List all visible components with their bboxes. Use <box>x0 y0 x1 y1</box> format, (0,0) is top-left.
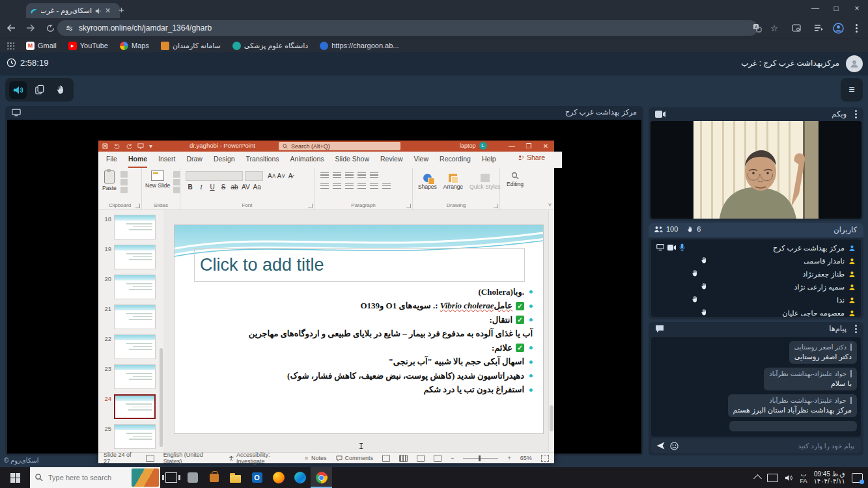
line-spacing-button[interactable] <box>370 172 378 179</box>
ppt-menu-tab[interactable]: Recording <box>440 152 471 168</box>
user-row[interactable]: سمیه زارعی نژاد <box>651 280 861 293</box>
taskbar-app-store[interactable] <box>203 467 225 488</box>
back-icon[interactable] <box>3 20 20 36</box>
zoom-in-button[interactable]: + <box>507 455 511 461</box>
text-direction-button[interactable] <box>382 183 391 190</box>
bookmark-item[interactable]: سامانه کارمندان <box>161 42 221 50</box>
editing-button[interactable]: Editing <box>500 168 530 187</box>
align-left-button[interactable] <box>320 183 329 190</box>
tray-expand-icon[interactable] <box>754 474 763 483</box>
font-style-button[interactable]: AV <box>241 183 251 191</box>
send-icon[interactable] <box>656 442 665 450</box>
ppt-menu-tab[interactable]: Transitions <box>246 152 279 168</box>
avatar[interactable] <box>846 55 863 72</box>
notes-toggle[interactable]: ≡Notes <box>305 455 327 461</box>
taskbar-outlook[interactable]: O <box>246 467 268 488</box>
tab-audio-icon[interactable] <box>95 8 102 14</box>
reset-button[interactable] <box>173 179 180 185</box>
ppt-restore-button[interactable]: ❐ <box>520 141 537 152</box>
clear-format-button[interactable]: A̷ <box>286 172 295 180</box>
ribbon-collapse-icon[interactable]: ˅ <box>548 202 552 208</box>
format-painter-button[interactable] <box>120 187 128 193</box>
bookmark-item[interactable]: YouTube <box>68 42 108 50</box>
comments-toggle[interactable]: Comments <box>336 455 374 461</box>
ppt-menu-tab[interactable]: View <box>413 152 428 168</box>
bookmark-star-icon[interactable]: ☆ <box>766 20 782 36</box>
cut-button[interactable] <box>120 171 128 178</box>
site-info-icon[interactable] <box>65 24 74 33</box>
taskbar-chrome-active[interactable] <box>311 467 332 488</box>
slide-thumbnail[interactable]: 22 <box>101 334 163 359</box>
slide[interactable]: Click to add title .وبا(Cholera) <box>175 225 543 433</box>
drawing-dialog-launcher[interactable] <box>494 204 498 208</box>
ppt-menu-tab[interactable]: Slide Show <box>335 152 370 168</box>
language-indicator[interactable]: ب FA <box>800 471 807 484</box>
ppt-menu-tab[interactable]: Review <box>380 152 402 168</box>
font-style-button[interactable]: Aa <box>253 183 262 191</box>
user-row[interactable]: طناز جعفرنژاد <box>651 267 861 280</box>
undo-icon[interactable] <box>113 143 120 149</box>
align-center-button[interactable] <box>333 183 341 190</box>
ppt-menu-tab[interactable]: Animations <box>290 152 324 168</box>
qat-customize-icon[interactable]: ▾ <box>149 142 152 150</box>
ppt-menu-tab[interactable]: Draw <box>186 152 203 168</box>
thumbnail-scrollbar[interactable] <box>159 210 163 452</box>
ppt-menu-tab[interactable]: Insert <box>158 152 175 168</box>
indent-decrease-button[interactable] <box>345 172 354 179</box>
reading-mode-icon[interactable] <box>789 20 804 36</box>
slide-thumbnail[interactable]: 20 <box>101 275 163 299</box>
user-row[interactable]: ندا <box>651 293 861 306</box>
font-style-button[interactable]: B <box>186 183 195 191</box>
font-style-button[interactable]: ab <box>230 183 239 191</box>
emoji-icon[interactable] <box>670 442 679 450</box>
slideshow-icon[interactable] <box>137 143 144 149</box>
fit-slide-button[interactable] <box>541 455 549 462</box>
copy-button[interactable] <box>120 179 128 185</box>
numbering-button[interactable] <box>333 172 341 179</box>
message-input[interactable] <box>684 441 856 450</box>
slide-text-body[interactable]: .وبا(Cholera) عاملVibrio cholerae :. سوی… <box>190 285 533 397</box>
save-icon[interactable] <box>102 143 108 149</box>
translate-icon[interactable]: A <box>749 20 765 36</box>
bullets-button[interactable] <box>320 172 329 179</box>
search-highlight-image[interactable] <box>132 468 159 487</box>
share-file-button[interactable] <box>31 81 48 99</box>
user-row[interactable]: مرکز بهداشت غرب کرج <box>651 241 861 254</box>
taskbar-edge[interactable] <box>289 467 311 488</box>
font-style-button[interactable]: S <box>219 183 228 191</box>
start-button[interactable] <box>0 467 30 488</box>
extension-icon[interactable] <box>811 20 826 36</box>
bookmark-item[interactable]: دانشگاه علوم پزشکی <box>232 42 308 50</box>
slide-thumbnail[interactable]: 19 <box>101 245 163 269</box>
paste-button[interactable]: Paste <box>102 168 117 195</box>
taskbar-app-1[interactable] <box>182 467 203 488</box>
align-right-button[interactable] <box>345 183 354 190</box>
taskbar-clock[interactable]: ق.ظ 09:45 ۱۴۰۴/۰۴/۱۱ <box>813 470 845 485</box>
tray-display-icon[interactable] <box>767 474 778 482</box>
ppt-menu-tab[interactable]: Home <box>128 152 147 168</box>
webcam-menu-kebab-icon[interactable] <box>854 110 857 118</box>
window-maximize-button[interactable]: □ <box>826 1 846 16</box>
language-status[interactable]: English (United States) <box>163 452 219 465</box>
columns-button[interactable] <box>370 183 378 190</box>
tab-close-icon[interactable]: ✕ <box>105 7 111 15</box>
accessibility-status[interactable]: Accessibility: Investigate <box>229 452 296 465</box>
shapes-button[interactable]: Shapes <box>418 171 437 190</box>
font-dialog-launcher[interactable] <box>308 204 313 208</box>
font-style-button[interactable]: I <box>197 183 206 191</box>
justify-button[interactable] <box>357 183 366 190</box>
slide-thumbnail[interactable]: 23 <box>101 364 163 389</box>
ppt-minimize-button[interactable]: — <box>503 141 520 152</box>
reading-view-button[interactable] <box>417 455 425 462</box>
ppt-search-box[interactable]: Search (Alt+Q) <box>279 142 400 150</box>
zoom-slider[interactable] <box>463 458 498 459</box>
slide-thumbnail[interactable]: 24 <box>101 394 163 419</box>
paragraph-dialog-launcher[interactable] <box>406 204 411 208</box>
quick-styles-button[interactable]: Quick Styles <box>469 171 500 190</box>
zoom-slider-thumb[interactable] <box>479 455 481 461</box>
url-bar[interactable]: skyroom.online/ch/jamdar_1364/gharb <box>57 20 758 36</box>
taskbar-file-explorer[interactable] <box>225 467 246 488</box>
window-close-button[interactable]: × <box>847 1 867 16</box>
ppt-menu-tab[interactable]: Help <box>482 152 496 168</box>
zoom-out-button[interactable]: − <box>451 455 454 461</box>
